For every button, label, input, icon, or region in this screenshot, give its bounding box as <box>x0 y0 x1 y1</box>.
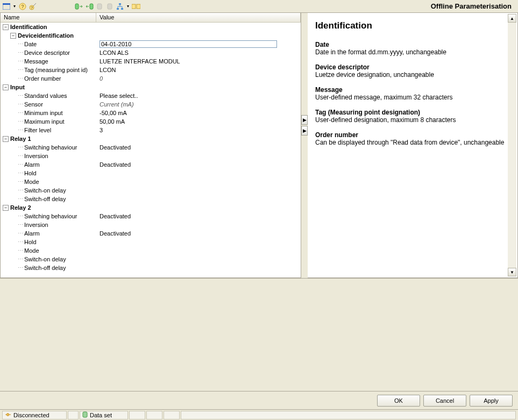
help-pane: Identification Date Date in the format d… <box>308 13 518 278</box>
help-descriptor-body: Luetze device designation, unchangeable <box>315 71 510 79</box>
param-r2-mode[interactable]: Mode <box>24 247 39 254</box>
param-max-input[interactable]: Maximum input <box>24 118 65 125</box>
param-tag[interactable]: Tag (measuring point id) <box>24 67 88 73</box>
param-r1-offdelay[interactable]: Switch-off delay <box>24 196 66 202</box>
param-tag-value[interactable]: LCON <box>96 67 301 73</box>
parameter-tree-pane: Name Value −Identification −Deviceidenti… <box>0 13 301 278</box>
minus-icon[interactable]: − <box>10 33 16 39</box>
param-r1-switching[interactable]: Switching behaviour <box>24 144 77 151</box>
param-r1-alarm[interactable]: Alarm <box>24 161 40 168</box>
param-r2-offdelay[interactable]: Switch-off delay <box>24 265 66 271</box>
help-message-title: Message <box>315 86 510 94</box>
svg-rect-9 <box>108 4 112 9</box>
column-header: Name Value <box>1 13 301 23</box>
status-connection: Disconnected <box>2 411 67 419</box>
help-descriptor-title: Device descriptor <box>315 63 510 71</box>
param-date-value[interactable]: 04-01-2010 <box>100 40 277 48</box>
svg-rect-6 <box>75 4 79 9</box>
svg-rect-10 <box>119 3 121 5</box>
param-order[interactable]: Order number <box>24 75 61 82</box>
status-pad-4 <box>164 411 180 419</box>
param-message-value[interactable]: LUETZE INTERFACE MODUL <box>96 58 301 65</box>
param-date[interactable]: Date <box>24 41 37 47</box>
param-r2-alarm-value[interactable]: Deactivated <box>96 230 301 237</box>
network-tree-icon[interactable] <box>116 2 124 11</box>
compare-icon[interactable] <box>132 2 140 11</box>
col-header-value[interactable]: Value <box>96 13 301 22</box>
param-message[interactable]: Message <box>24 58 48 65</box>
svg-rect-15 <box>83 412 87 417</box>
help-date-title: Date <box>315 41 510 48</box>
svg-rect-7 <box>90 4 93 9</box>
help-tag-body: User-defined designation, maximum 8 char… <box>315 116 510 124</box>
minus-icon[interactable]: − <box>3 136 9 142</box>
param-r1-mode[interactable]: Mode <box>24 179 39 185</box>
param-standard-values[interactable]: Standard values <box>24 92 67 99</box>
param-order-value[interactable]: 0 <box>96 75 301 82</box>
node-relay1[interactable]: Relay 1 <box>10 136 31 142</box>
param-r2-ondelay[interactable]: Switch-on delay <box>24 256 66 262</box>
svg-rect-12 <box>121 8 123 10</box>
col-header-name[interactable]: Name <box>1 13 96 22</box>
device-icon <box>82 411 88 419</box>
param-filter-level-value[interactable]: 3 <box>96 127 301 133</box>
cancel-button[interactable]: Cancel <box>423 395 466 407</box>
dialog-button-bar: OK Cancel Apply <box>0 391 518 409</box>
param-standard-values-value[interactable]: Please select.. <box>96 92 301 99</box>
help-magic-icon[interactable]: ? <box>29 2 37 11</box>
ok-button[interactable]: OK <box>377 395 420 407</box>
window-title: Offline Parameterisation <box>431 2 516 10</box>
help-date-body: Date in the format dd.mm.yyyy, unchangea… <box>315 48 510 56</box>
param-r2-switching[interactable]: Switching behaviour <box>24 213 77 219</box>
param-r1-inversion[interactable]: Inversion <box>24 153 48 159</box>
parameter-tree[interactable]: −Identification −Deviceidentification ⋯D… <box>1 23 301 275</box>
param-descriptor-value[interactable]: LCON ALS <box>96 49 301 56</box>
param-r2-inversion[interactable]: Inversion <box>24 222 48 228</box>
plug-icon <box>5 412 11 418</box>
param-r2-hold[interactable]: Hold <box>24 239 37 245</box>
param-min-input-value[interactable]: -50,00 mA <box>96 110 301 116</box>
help-wizard-icon[interactable]: ? <box>18 2 27 11</box>
lower-empty-area <box>0 278 518 391</box>
scrollbar[interactable]: ▲ ▼ <box>508 14 516 276</box>
node-identification[interactable]: Identification <box>10 24 47 30</box>
splitter[interactable]: ▶ ▶ <box>301 13 308 278</box>
param-sensor[interactable]: Sensor <box>24 101 43 108</box>
help-heading: Identification <box>315 20 510 31</box>
dropdown-icon[interactable]: ▾ <box>126 4 130 9</box>
param-min-input[interactable]: Minimum input <box>24 110 63 116</box>
param-r1-switching-value[interactable]: Deactivated <box>96 144 301 151</box>
scroll-up-icon[interactable]: ▲ <box>508 14 516 23</box>
minus-icon[interactable]: − <box>3 84 9 90</box>
param-descriptor[interactable]: Device descriptor <box>24 49 70 56</box>
param-r2-switching-value[interactable]: Deactivated <box>96 213 301 219</box>
collapse-right-icon[interactable]: ▶ <box>301 115 308 125</box>
param-filter-level[interactable]: Filter level <box>24 127 51 133</box>
param-r1-hold[interactable]: Hold <box>24 170 37 176</box>
param-r1-alarm-value[interactable]: Deactivated <box>96 161 301 168</box>
scroll-down-icon[interactable]: ▼ <box>508 268 516 276</box>
node-deviceidentification[interactable]: Deviceidentification <box>18 32 74 39</box>
node-relay2[interactable]: Relay 2 <box>10 204 31 211</box>
window-layout-icon[interactable] <box>2 2 11 11</box>
svg-rect-1 <box>3 3 10 5</box>
download-to-device-icon[interactable] <box>75 2 83 11</box>
minus-icon[interactable]: − <box>3 205 9 211</box>
collapse-right-icon[interactable]: ▶ <box>301 126 308 136</box>
status-dataset: Data set <box>80 411 128 419</box>
param-sensor-value[interactable]: Current (mA) <box>96 101 301 108</box>
dropdown-icon[interactable]: ▾ <box>12 4 17 9</box>
status-bar: Disconnected Data set <box>0 409 518 420</box>
help-message-body: User-defined message, maximum 32 charact… <box>315 94 510 101</box>
param-max-input-value[interactable]: 50,00 mA <box>96 118 301 125</box>
param-r1-ondelay[interactable]: Switch-on delay <box>24 187 66 194</box>
upload-from-device-icon[interactable] <box>85 2 94 11</box>
status-pad-3 <box>146 411 162 419</box>
help-order-body: Can be displayed through "Read data from… <box>315 139 510 146</box>
toolbar: ▾ ? ? ▾ Offline Parameterisation <box>0 0 518 13</box>
param-r2-alarm[interactable]: Alarm <box>24 230 40 237</box>
status-pad-1 <box>68 411 79 419</box>
node-input[interactable]: Input <box>10 84 25 90</box>
minus-icon[interactable]: − <box>3 24 9 30</box>
apply-button[interactable]: Apply <box>470 395 513 407</box>
